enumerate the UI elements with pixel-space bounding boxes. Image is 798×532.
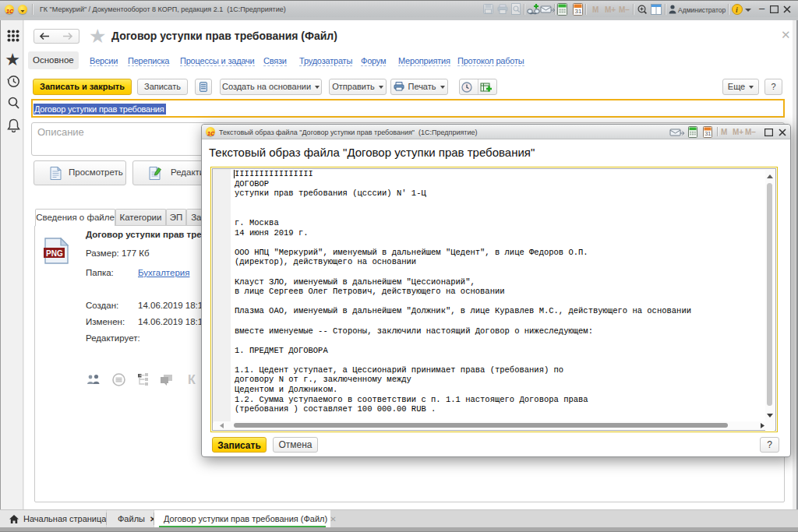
svg-text:i: i [736,5,738,14]
svg-text:1С: 1С [207,131,215,136]
svg-text:31: 31 [575,8,582,15]
svg-text:31: 31 [704,130,711,137]
svg-text:1С: 1С [6,9,14,14]
svg-text:PNG: PNG [46,249,63,258]
